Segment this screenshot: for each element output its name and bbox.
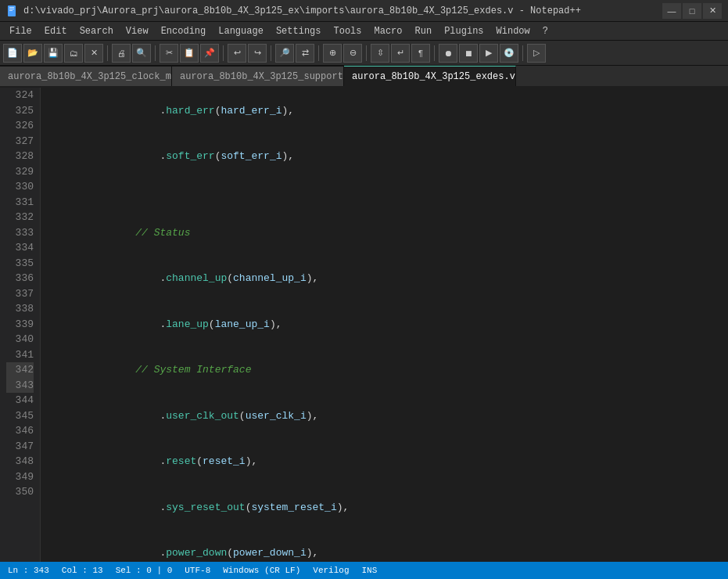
undo-button[interactable]: ↩ <box>228 44 246 63</box>
code-line-324: .hard_err(hard_err_i), <box>50 88 719 134</box>
menu-macro[interactable]: Macro <box>368 24 409 38</box>
menu-view[interactable]: View <box>120 24 155 38</box>
app-icon <box>6 5 19 17</box>
code-line-328: // Status <box>50 210 719 256</box>
line-num: 350 <box>6 484 34 500</box>
toolbar-separator-7 <box>434 45 435 61</box>
status-ins: INS <box>362 566 378 575</box>
menu-encoding[interactable]: Encoding <box>155 24 213 38</box>
print-preview-button[interactable]: 🔍 <box>132 44 151 63</box>
paste-button[interactable]: 📌 <box>200 44 219 63</box>
line-num: 333 <box>6 225 34 241</box>
status-type: Verilog <box>313 566 349 575</box>
svg-rect-3 <box>9 10 13 11</box>
title-bar: d:\vivado_prj\Aurora_prj\aurora_8b10b_4X… <box>0 0 728 22</box>
tab-bar: aurora_8b10b_4X_3p125_clock_module.v ✕ a… <box>0 66 728 88</box>
status-line: Ln : 343 <box>8 566 49 575</box>
print-button[interactable]: 🖨 <box>112 44 131 63</box>
minimize-button[interactable]: — <box>662 3 681 19</box>
code-line-331: // System Interface <box>50 347 719 394</box>
menu-search[interactable]: Search <box>74 24 120 38</box>
code-line-326 <box>50 179 719 195</box>
line-num: 342 <box>6 362 34 378</box>
replace-button[interactable]: ⇄ <box>296 44 314 63</box>
cut-button[interactable]: ✂ <box>160 44 178 63</box>
open-file-button[interactable]: 📂 <box>23 44 42 63</box>
line-num: 349 <box>6 469 34 485</box>
line-num: 326 <box>6 118 34 134</box>
tab-label: aurora_8b10b_4X_3p125_exdes.v <box>352 71 515 82</box>
tab-support[interactable]: aurora_8b10b_4X_3p125_support.v ✕ <box>172 66 344 86</box>
code-line-327 <box>50 195 719 210</box>
code-line-335: .power_down(power_down_i), <box>50 530 719 563</box>
menu-run[interactable]: Run <box>409 24 439 38</box>
maximize-button[interactable]: □ <box>683 3 701 19</box>
status-sel: Sel : 0 | 0 <box>116 566 173 575</box>
menu-edit[interactable]: Edit <box>38 24 74 38</box>
zoom-out-button[interactable]: ⊖ <box>343 44 362 63</box>
status-encoding: UTF-8 <box>185 566 210 575</box>
menu-language[interactable]: Language <box>212 24 270 38</box>
zoom-in-button[interactable]: ⊕ <box>323 44 342 63</box>
macro-play-button[interactable]: ▶ <box>479 44 498 63</box>
tab-exdes[interactable]: aurora_8b10b_4X_3p125_exdes.v ✕ <box>344 66 516 86</box>
macro-save-button[interactable]: 💿 <box>500 44 518 63</box>
find-button[interactable]: 🔎 <box>275 44 294 63</box>
line-num: 337 <box>6 286 34 302</box>
all-chars-button[interactable]: ¶ <box>411 44 430 63</box>
new-file-button[interactable]: 📄 <box>3 44 22 63</box>
macro-stop-button[interactable]: ⏹ <box>459 44 478 63</box>
menu-tools[interactable]: Tools <box>327 24 368 38</box>
window-title: d:\vivado_prj\Aurora_prj\aurora_8b10b_4X… <box>23 5 581 16</box>
line-num: 327 <box>6 134 34 149</box>
line-num: 329 <box>6 164 34 180</box>
toolbar-separator-6 <box>366 45 367 61</box>
window-controls[interactable]: — □ ✕ <box>662 3 722 19</box>
code-line-329: .channel_up(channel_up_i), <box>50 256 719 302</box>
toolbar: 📄 📂 💾 🗂 ✕ 🖨 🔍 ✂ 📋 📌 ↩ ↪ 🔎 ⇄ ⊕ ⊖ ⇳ ↵ ¶ ⏺ … <box>0 41 728 66</box>
redo-button[interactable]: ↪ <box>248 44 267 63</box>
line-num: 344 <box>6 393 34 408</box>
line-num: 331 <box>6 195 34 210</box>
line-num: 339 <box>6 317 34 333</box>
close-button-tb[interactable]: ✕ <box>84 44 103 63</box>
copy-button[interactable]: 📋 <box>180 44 199 63</box>
line-num: 338 <box>6 301 34 317</box>
run-button[interactable]: ▷ <box>527 44 546 63</box>
line-num: 324 <box>6 88 34 103</box>
menu-help[interactable]: ? <box>536 24 554 38</box>
line-num: 336 <box>6 271 34 286</box>
sync-scroll-button[interactable]: ⇳ <box>371 44 389 63</box>
toolbar-separator-2 <box>155 45 156 61</box>
toolbar-separator-3 <box>223 45 224 61</box>
svg-rect-1 <box>9 7 14 8</box>
menu-bar: File Edit Search View Encoding Language … <box>0 22 728 41</box>
code-line-332: .user_clk_out(user_clk_i), <box>50 393 719 439</box>
menu-window[interactable]: Window <box>490 24 536 38</box>
line-num: 346 <box>6 423 34 439</box>
code-editor[interactable]: .hard_err(hard_err_i), .soft_err(soft_er… <box>41 88 728 562</box>
menu-plugins[interactable]: Plugins <box>438 24 490 38</box>
menu-settings[interactable]: Settings <box>270 24 328 38</box>
tab-label: aurora_8b10b_4X_3p125_clock_module.v <box>8 71 172 82</box>
menu-file[interactable]: File <box>3 24 38 38</box>
tab-clock-module[interactable]: aurora_8b10b_4X_3p125_clock_module.v ✕ <box>0 66 172 86</box>
svg-rect-2 <box>9 9 14 9</box>
save-button[interactable]: 💾 <box>44 44 63 63</box>
line-num: 332 <box>6 210 34 225</box>
close-button[interactable]: ✕ <box>703 3 722 19</box>
toolbar-separator-1 <box>107 45 108 61</box>
code-line-330: .lane_up(lane_up_i), <box>50 301 719 347</box>
tab-label: aurora_8b10b_4X_3p125_support.v <box>180 71 344 82</box>
word-wrap-button[interactable]: ↵ <box>391 44 410 63</box>
line-num: 345 <box>6 408 34 424</box>
status-eol: Windows (CR LF) <box>223 566 300 575</box>
save-all-button[interactable]: 🗂 <box>64 44 83 63</box>
toolbar-separator-4 <box>271 45 271 61</box>
line-num: 335 <box>6 256 34 272</box>
code-line-334: .sys_reset_out(system_reset_i), <box>50 484 719 530</box>
code-line-333: .reset(reset_i), <box>50 439 719 485</box>
line-num: 343 <box>6 378 34 394</box>
line-numbers: 324 325 326 327 328 329 330 331 332 333 … <box>0 88 41 562</box>
macro-record-button[interactable]: ⏺ <box>439 44 457 63</box>
